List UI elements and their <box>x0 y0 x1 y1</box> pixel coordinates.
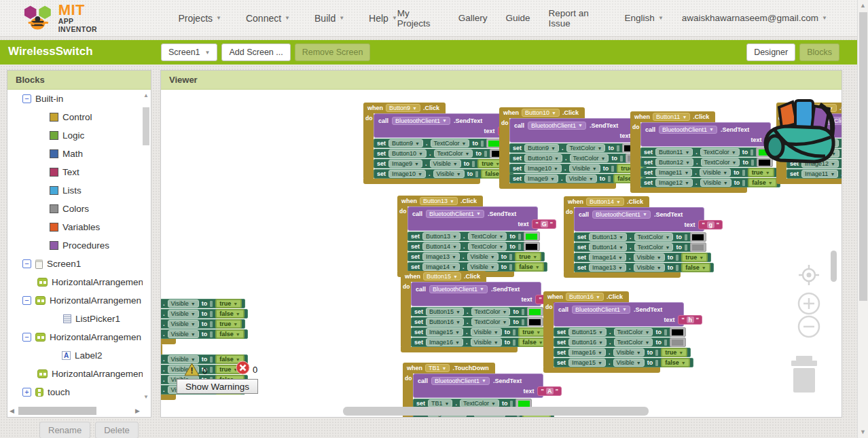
set-Button13-TextColor-block[interactable]: setButton13▼.TextColor▼to <box>574 232 703 242</box>
event-block-header[interactable]: whenButton11▼.Click <box>630 111 715 122</box>
property-dropdown[interactable]: Visible▼ <box>430 160 461 168</box>
call-sendtext-block[interactable]: callBluetoothClient1▼.SendTexttext"e" <box>509 118 640 143</box>
call-sendtext-block[interactable]: callBluetoothClient1▼.SendTexttext"H" <box>411 282 541 306</box>
set-Button13-TextColor-block[interactable]: setButton13▼.TextColor▼to <box>408 232 537 241</box>
color-value-block[interactable] <box>690 232 706 242</box>
scrollbar-thumb[interactable] <box>859 12 867 301</box>
property-dropdown[interactable]: TextColor▼ <box>634 233 674 241</box>
expand-icon[interactable]: + <box>22 388 31 397</box>
link-guide[interactable]: Guide <box>506 13 530 23</box>
set-Image14-Visible-block[interactable]: setImage14▼.Visible▼tofalse▼ <box>408 262 547 272</box>
property-dropdown[interactable]: TextColor▼ <box>634 243 674 251</box>
tree-vertical-scrollbar[interactable]: ▲ ▼ <box>143 92 149 402</box>
scrollbar-thumb[interactable] <box>143 107 149 145</box>
property-dropdown[interactable]: Visible▼ <box>168 330 199 338</box>
event-block-header[interactable]: whenButton13▼.Click <box>397 196 483 206</box>
component-dropdown[interactable]: Button10▼ <box>388 149 427 158</box>
component-dropdown[interactable]: Button14▼ <box>422 242 460 251</box>
set-Button15-TextColor-block[interactable]: setButton15▼.TextColor▼to <box>554 327 683 337</box>
component-dropdown[interactable]: Button10▼ <box>524 154 562 162</box>
set-Image12-Visible-block[interactable]: setImage12▼.Visible▼tofalse▼ <box>640 178 780 187</box>
call-sendtext-block[interactable]: callBluetoothClient1▼.SendTexttext"g" <box>574 207 704 232</box>
set-Image3-Visible-block[interactable]: setImage3▼.Visible▼totrue▼ <box>161 319 245 329</box>
set-Image16-Visible-block[interactable]: setImage16▼.Visible▼totrue▼ <box>554 348 691 357</box>
color-value-block[interactable] <box>670 327 686 337</box>
set-Image16-Visible-block[interactable]: setImage16▼.Visible▼tofalse▼ <box>411 337 551 347</box>
block-group-when-Button14.Click[interactable]: whenButton14▼.ClickdocallBluetoothClient… <box>564 196 714 278</box>
property-dropdown[interactable]: Visible▼ <box>467 263 499 271</box>
block-group-when-partial[interactable]: when▼dosetImage1▼.Visible▼totrue▼setImag… <box>161 288 248 344</box>
set-Button12-TextColor-block[interactable]: setButton12▼.TextColor▼to <box>640 158 770 167</box>
logic-true-block[interactable]: true▼ <box>518 327 545 337</box>
component-dropdown[interactable]: Image14▼ <box>422 263 460 271</box>
color-value-block[interactable] <box>527 317 543 327</box>
tree-item-horizontalarrangemen[interactable]: −HorizontalArrangemen <box>7 291 143 310</box>
menu-connect[interactable]: Connect▼ <box>246 13 290 24</box>
text-string-block[interactable]: "g" <box>698 220 723 230</box>
menu-help[interactable]: Help▼ <box>369 13 397 24</box>
component-dropdown[interactable]: BluetoothClient1▼ <box>528 122 586 130</box>
property-dropdown[interactable]: TextColor▼ <box>566 144 606 152</box>
logic-true-block[interactable]: true▼ <box>215 299 242 308</box>
property-dropdown[interactable]: TextColor▼ <box>471 318 511 326</box>
component-dropdown[interactable]: Button12▼ <box>655 158 693 166</box>
delete-button[interactable]: Delete <box>95 422 139 438</box>
canvas-horizontal-scrollbar[interactable] <box>343 407 649 416</box>
set-Button10-TextColor-block[interactable]: setButton10▼.TextColor▼to <box>374 149 503 158</box>
tree-item-horizontalarrangemen[interactable]: −HorizontalArrangemen <box>7 328 143 346</box>
tree-item-built-in[interactable]: −Built-in <box>7 90 143 108</box>
tree-item-procedures[interactable]: Procedures <box>7 236 143 255</box>
logic-true-block[interactable]: true▼ <box>215 319 242 329</box>
component-dropdown[interactable]: Button14▼ <box>589 243 627 251</box>
property-dropdown[interactable]: Visible▼ <box>168 320 199 328</box>
set-Image1-Visible-block[interactable]: setImage1▼.Visible▼totrue▼ <box>161 299 245 308</box>
tree-item-horizontalarrangemen[interactable]: HorizontalArrangemen <box>7 273 143 291</box>
tree-item-screen1[interactable]: −Screen1 <box>7 255 143 273</box>
property-dropdown[interactable]: Visible▼ <box>634 253 665 261</box>
component-dropdown[interactable]: BluetoothClient1▼ <box>659 126 717 134</box>
tree-item-control[interactable]: Control <box>7 108 143 126</box>
property-dropdown[interactable]: TextColor▼ <box>468 232 507 240</box>
property-dropdown[interactable]: Visible▼ <box>471 338 502 346</box>
component-dropdown[interactable]: BluetoothClient1▼ <box>572 306 630 314</box>
designer-button[interactable]: Designer <box>746 43 795 61</box>
add-screen-button[interactable]: Add Screen ... <box>221 43 290 61</box>
color-value-block[interactable] <box>690 242 706 252</box>
set-Button9-TextColor-block[interactable]: setButton9▼.TextColor▼to <box>509 143 635 153</box>
set-Image9-Visible-block[interactable]: setImage9▼.Visible▼tofalse▼ <box>509 174 646 183</box>
component-dropdown[interactable]: Button13▼ <box>420 197 458 205</box>
tree-item-label2[interactable]: ALabel2 <box>7 346 143 365</box>
component-dropdown[interactable]: Image16▼ <box>568 348 606 357</box>
scroll-left-icon[interactable]: ◀ <box>10 407 14 414</box>
event-block-header[interactable]: whenButton14▼.Click <box>564 196 649 207</box>
property-dropdown[interactable]: TextColor▼ <box>614 328 653 336</box>
set-Button11-TextColor-block[interactable]: setButton11▼.TextColor▼to <box>640 147 769 157</box>
set-Button10-TextColor-block[interactable]: setButton10▼.TextColor▼to <box>509 153 638 163</box>
backpack-icon[interactable] <box>755 98 842 179</box>
text-string-block[interactable]: "h" <box>678 315 702 325</box>
property-dropdown[interactable]: Visible▼ <box>700 179 731 187</box>
warning-counter[interactable]: ! 0 <box>184 363 207 376</box>
language-menu[interactable]: English ▼ <box>625 13 664 23</box>
set-Image13-Visible-block[interactable]: setImage13▼.Visible▼totrue▼ <box>408 252 545 261</box>
remove-screen-button[interactable]: Remove Screen <box>295 43 371 61</box>
center-blocks-icon[interactable] <box>798 264 820 286</box>
scroll-down-icon[interactable]: ▼ <box>858 426 868 437</box>
text-string-block[interactable]: "A" <box>537 386 562 396</box>
show-warnings-button[interactable]: Show Warnings <box>177 379 258 394</box>
property-dropdown[interactable]: TextColor▼ <box>434 149 473 158</box>
collapse-icon[interactable]: − <box>22 296 31 305</box>
logic-false-block[interactable]: false▼ <box>748 178 776 187</box>
call-sendtext-block[interactable]: callBluetoothClient1▼.SendTexttext"h" <box>554 302 684 327</box>
set-Image14-Visible-block[interactable]: setImage14▼.Visible▼totrue▼ <box>574 253 711 262</box>
logic-true-block[interactable]: true▼ <box>681 253 708 262</box>
component-dropdown[interactable]: Image14▼ <box>589 253 626 261</box>
component-dropdown[interactable]: Image9▼ <box>388 160 422 168</box>
logic-true-block[interactable]: true▼ <box>515 252 541 261</box>
link-report-issue[interactable]: Report an Issue <box>549 8 607 29</box>
logic-true-block[interactable]: true▼ <box>661 348 687 357</box>
component-dropdown[interactable]: Image12▼ <box>655 179 693 187</box>
property-dropdown[interactable]: Visible▼ <box>168 299 199 308</box>
property-dropdown[interactable]: Visible▼ <box>433 170 465 178</box>
set-Image13-Visible-block[interactable]: setImage13▼.Visible▼tofalse▼ <box>574 263 714 272</box>
